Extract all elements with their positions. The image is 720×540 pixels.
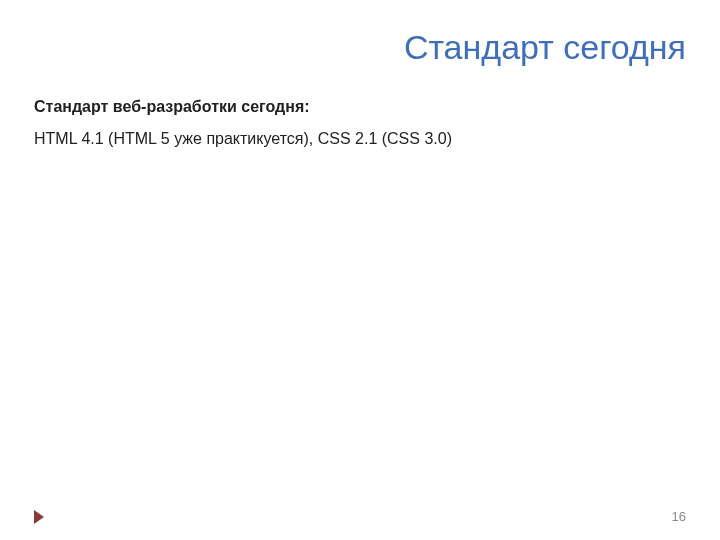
slide-title: Стандарт сегодня [404,28,686,67]
content-heading: Стандарт веб-разработки сегодня: [34,98,686,116]
footer: 16 [34,509,686,524]
content-body: HTML 4.1 (HTML 5 уже практикуется), CSS … [34,128,686,150]
content-area: Стандарт веб-разработки сегодня: HTML 4.… [34,98,686,150]
page-number: 16 [672,509,686,524]
play-arrow-icon [34,510,44,524]
